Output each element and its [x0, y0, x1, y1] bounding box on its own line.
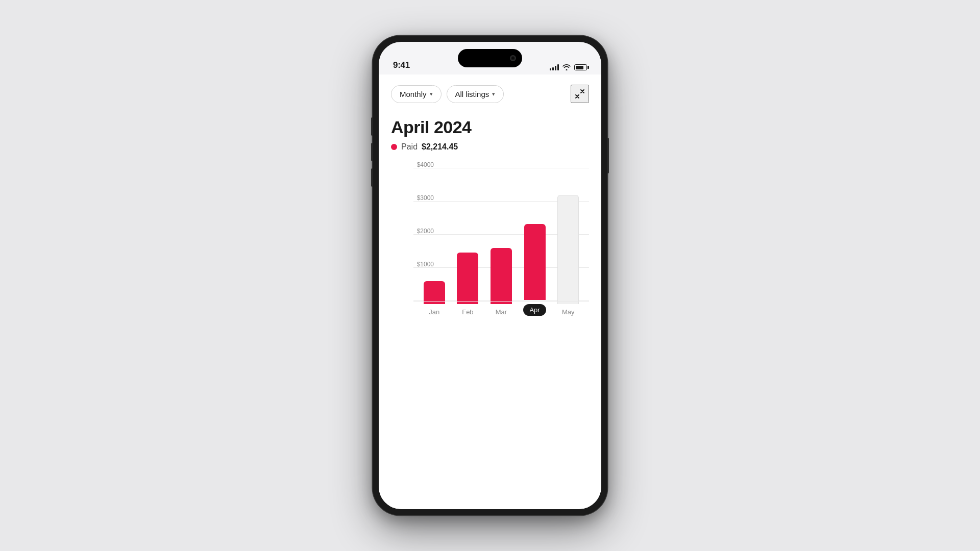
- front-camera: [510, 55, 516, 61]
- listings-filter-label: All listings: [455, 90, 489, 98]
- chart-area: $4000 $3000 $2000 $1000 $0: [391, 168, 589, 316]
- bar-group-mar: Mar: [484, 248, 518, 316]
- paid-dot: [391, 144, 397, 150]
- dynamic-island: [458, 49, 522, 67]
- bar-label-mar: Mar: [496, 308, 507, 316]
- battery-icon: [574, 64, 587, 70]
- content-area: Monthly ▾ All listings ▾ April 2024: [379, 74, 601, 509]
- signal-icon: [550, 64, 559, 70]
- wifi-icon: [562, 64, 571, 70]
- paid-label: Paid: [401, 142, 418, 152]
- status-icons: [550, 64, 587, 70]
- collapse-icon: [575, 89, 585, 99]
- month-title: April 2024: [391, 117, 589, 137]
- bar-group-jan: Jan: [418, 281, 451, 316]
- bar-group-feb: Feb: [451, 253, 485, 316]
- bar-label-apr[interactable]: Apr: [523, 304, 546, 316]
- paid-row: Paid $2,214.45: [391, 142, 589, 152]
- bar-mar[interactable]: [491, 248, 512, 305]
- collapse-button[interactable]: [571, 85, 589, 103]
- filter-buttons: Monthly ▾ All listings ▾: [391, 85, 504, 103]
- phone-screen: 9:41: [379, 42, 601, 509]
- chart-grid: $4000 $3000 $2000 $1000 $0: [391, 168, 589, 316]
- grid-label-4000: $4000: [413, 161, 434, 168]
- bar-group-may: May: [551, 195, 585, 316]
- bar-label-may: May: [562, 308, 575, 316]
- bar-label-feb: Feb: [462, 308, 473, 316]
- bars-container: Jan Feb Mar: [413, 183, 589, 316]
- grid-line-4000: $4000: [413, 168, 589, 168]
- battery-fill: [576, 66, 583, 69]
- bar-may[interactable]: [557, 195, 579, 305]
- period-chevron-icon: ▾: [430, 91, 433, 97]
- bar-group-apr: Apr: [518, 224, 552, 316]
- paid-amount: $2,214.45: [422, 142, 458, 152]
- bar-label-jan: Jan: [429, 308, 439, 316]
- phone-wrapper: 9:41: [373, 36, 607, 515]
- bar-feb[interactable]: [457, 253, 478, 304]
- status-time: 9:41: [393, 60, 410, 70]
- bar-apr[interactable]: [524, 224, 546, 300]
- filter-row: Monthly ▾ All listings ▾: [391, 85, 589, 103]
- period-filter-button[interactable]: Monthly ▾: [391, 85, 442, 103]
- period-filter-label: Monthly: [400, 90, 427, 98]
- listings-filter-button[interactable]: All listings ▾: [447, 85, 504, 103]
- listings-chevron-icon: ▾: [492, 91, 495, 97]
- x-axis: [413, 301, 589, 302]
